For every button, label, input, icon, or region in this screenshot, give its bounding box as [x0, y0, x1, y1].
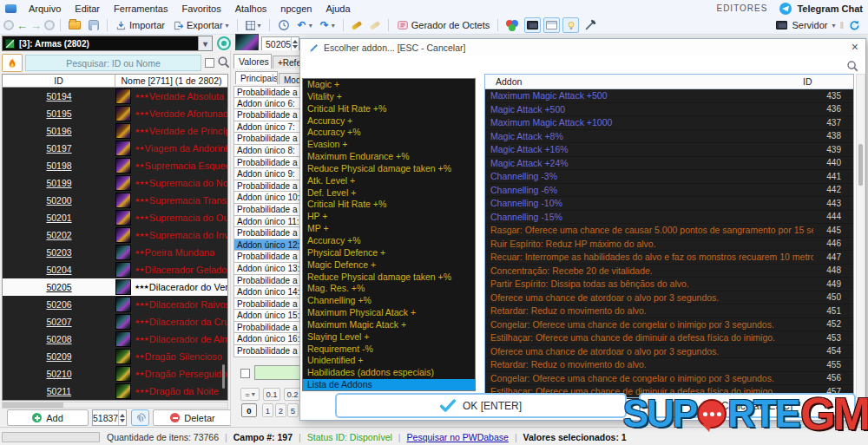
item-id-cell[interactable]: 50208: [3, 334, 115, 344]
category-combobox[interactable]: [3]: Armas (2802) ▾: [2, 36, 213, 51]
column-header-id[interactable]: ID: [3, 75, 115, 87]
save-button[interactable]: [86, 19, 102, 31]
addon-row[interactable]: Magic Attack +16%439: [485, 143, 853, 157]
tab-principais[interactable]: Principais: [235, 71, 278, 84]
item-id-cell[interactable]: 50204: [3, 265, 115, 275]
item-id-cell[interactable]: 50209: [3, 351, 115, 362]
item-id-cell[interactable]: 50203: [3, 247, 115, 258]
item-list-hscrollbar[interactable]: [2, 402, 228, 409]
addon-category-item[interactable]: Lista de Addons: [303, 379, 475, 391]
item-list-scrollbar-thumb[interactable]: [222, 364, 225, 389]
addon-category-item[interactable]: Reduce Physical damage taken +%: [303, 163, 475, 175]
addon-row[interactable]: Channelling -3%441: [485, 170, 853, 184]
menu-item-ferramentas[interactable]: Ferramentas: [107, 2, 174, 16]
menu-item-arquivo[interactable]: Arquivo: [22, 2, 68, 16]
table-row[interactable]: 50211★★★Dragão da Noite: [3, 383, 227, 400]
colors-button[interactable]: [503, 19, 522, 32]
undo-button[interactable]: ↶▾: [295, 18, 315, 32]
menu-item-npcgen[interactable]: npcgen: [273, 2, 319, 16]
new-id-spinner[interactable]: 51837: [92, 409, 127, 426]
addon-row[interactable]: Magic Attack +500436: [485, 103, 853, 117]
addon-category-item[interactable]: Vitality +: [303, 91, 475, 103]
combobox-arrow[interactable]: ▾: [198, 36, 212, 50]
nav-last-button[interactable]: [44, 20, 55, 30]
addon-category-item[interactable]: Mag. Res. +%: [303, 283, 475, 295]
addon-category-item[interactable]: Slaying Level +: [303, 331, 475, 344]
add-button[interactable]: Add: [7, 409, 89, 426]
addon-category-item[interactable]: Accuracy +%: [303, 235, 475, 247]
compare-select[interactable]: =▾: [240, 388, 260, 401]
table-row[interactable]: 50205★★★Dilacerador do Vento: [3, 278, 227, 296]
telegram-chat-link[interactable]: Telegram Chat: [797, 3, 863, 14]
item-id-cell[interactable]: 50198: [3, 160, 115, 171]
id-check-button[interactable]: [131, 409, 149, 426]
addon-category-item[interactable]: Maximum Endurance +%: [303, 151, 475, 163]
menu-item-editar[interactable]: Editar: [68, 2, 107, 16]
field-row[interactable]: Addon único 12:: [233, 239, 302, 252]
item-id-cell[interactable]: 50210: [3, 369, 115, 379]
addon-row[interactable]: Estilhaçar: Oferece uma chance de diminu…: [485, 331, 853, 345]
brush-disabled-button[interactable]: [367, 23, 383, 29]
field-row[interactable]: Probabilidade a: [233, 204, 302, 216]
table-row[interactable]: 50195★★★Verdade Afortunada: [3, 105, 227, 122]
addon-category-item[interactable]: Physical Defence +: [303, 247, 475, 259]
open-folder-button[interactable]: [66, 20, 83, 30]
addon-category-item[interactable]: Magic +: [303, 79, 475, 91]
field-row[interactable]: Probabilidade a: [233, 251, 302, 263]
addon-row[interactable]: Ruir Espírito: Reduz HP máximo do alvo.4…: [485, 238, 853, 252]
table-row[interactable]: 50208★★★Dilacerador de Almas: [3, 330, 227, 348]
table-row[interactable]: 50199★★★Supremacia do Norte: [3, 174, 227, 192]
window-view-button[interactable]: [543, 17, 560, 33]
pwdatabase-link[interactable]: Pesquisar no PWDabase: [407, 432, 509, 442]
field-row[interactable]: Probabilidade a: [233, 275, 302, 287]
addon-category-item[interactable]: Atk. Level +: [303, 175, 475, 187]
field-row[interactable]: Probabilidade a: [233, 133, 302, 145]
field-row[interactable]: Addon único 14:: [233, 286, 302, 298]
addon-category-item[interactable]: Accuracy +%: [303, 127, 475, 139]
addon-category-item[interactable]: Requirement -%: [303, 344, 475, 356]
menu-item-atalhos[interactable]: Atalhos: [228, 2, 274, 16]
addon-category-item[interactable]: HP +: [303, 211, 475, 223]
spin-down-icon[interactable]: [293, 45, 298, 49]
table-row[interactable]: 50204★★Dilacerador Gelado: [3, 261, 227, 278]
item-id-cell[interactable]: 50195: [3, 108, 115, 119]
addon-category-item[interactable]: Def. Level +: [303, 187, 475, 200]
item-id-cell[interactable]: 50206: [3, 299, 115, 310]
item-id-cell[interactable]: 50201: [3, 213, 115, 223]
addon-row[interactable]: Magic Attack +24%440: [485, 157, 853, 171]
refresh-button[interactable]: [848, 19, 861, 32]
column-header-addon[interactable]: Addon: [485, 76, 803, 87]
chevron-down-icon[interactable]: ▾: [832, 22, 835, 29]
field-row[interactable]: Probabilidade a: [233, 157, 302, 169]
field-row[interactable]: Addon único 15:: [233, 310, 302, 322]
addon-row[interactable]: Channelling -15%444: [485, 211, 853, 225]
item-id-cell[interactable]: 50207: [3, 317, 115, 327]
hscrollbar-thumb[interactable]: [3, 402, 63, 408]
field-row[interactable]: Probabilidade a: [233, 180, 302, 193]
telegram-icon[interactable]: [779, 3, 792, 15]
addon-row[interactable]: Partir Espírito: Dissipa todas as bênção…: [485, 278, 853, 291]
addon-category-item[interactable]: Critical Hit Rate +%: [303, 199, 475, 211]
nav-first-button[interactable]: [3, 20, 14, 30]
addon-row[interactable]: Channelling -10%443: [485, 197, 853, 211]
addon-row[interactable]: Maximum Magic Attack +1000437: [485, 116, 853, 130]
brush-button[interactable]: [349, 23, 365, 29]
history-button[interactable]: [275, 18, 293, 32]
search-checkbox[interactable]: [205, 58, 214, 68]
ok-button[interactable]: OK [ENTER]: [335, 393, 627, 418]
item-id-cell[interactable]: 50200: [3, 195, 115, 206]
step-0-1-button[interactable]: 0.1: [263, 388, 280, 401]
field-row[interactable]: Addon único 16:: [233, 333, 302, 345]
field-row[interactable]: Probabilidade a: [233, 227, 302, 239]
field-row[interactable]: Addon único 8:: [233, 145, 302, 157]
table-row[interactable]: 50209★★Dragão Silencioso: [3, 348, 227, 365]
addon-row[interactable]: Oferece uma chance de atordoar o alvo po…: [485, 291, 853, 305]
item-id-cell[interactable]: 50197: [3, 143, 115, 154]
column-header-addon-id[interactable]: ID: [803, 76, 853, 87]
addon-row[interactable]: Concentração: Recebe 20 de vitalidade.44…: [485, 265, 853, 278]
field-row[interactable]: Addon único 13:: [233, 263, 302, 275]
field-row[interactable]: Addon único 9:: [233, 168, 302, 180]
deletar-button[interactable]: Deletar: [153, 409, 233, 426]
tools-button[interactable]: [582, 18, 599, 32]
addon-category-item[interactable]: Unidentified +: [303, 355, 475, 367]
